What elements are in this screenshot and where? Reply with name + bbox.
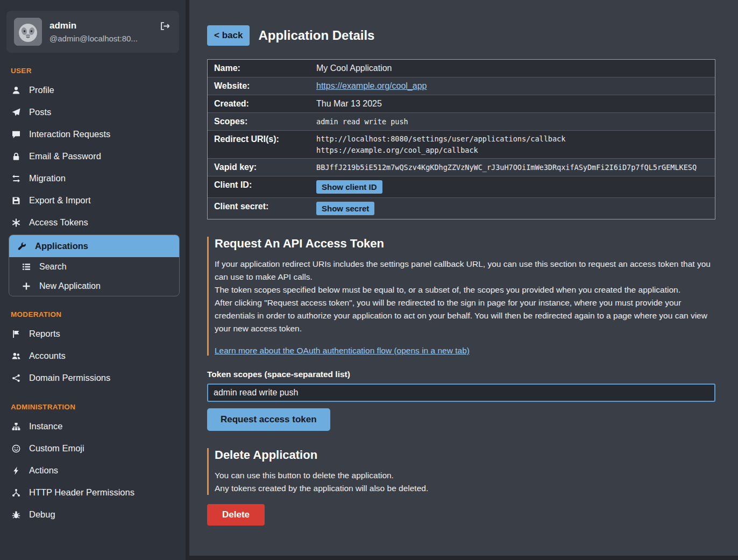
comment-icon [11, 130, 21, 139]
request-access-token-button[interactable]: Request access token [207, 408, 330, 431]
sidebar-item-new-application[interactable]: New Application [9, 277, 179, 296]
user-card: admin @admin@localhost:80... [6, 11, 179, 53]
delete-paragraph-2: Any tokens created by the application wi… [215, 482, 715, 495]
user-info: admin @admin@localhost:80... [49, 20, 138, 43]
request-token-heading: Request An API Access Token [215, 237, 715, 251]
user-handle: @admin@localhost:80... [49, 34, 138, 43]
table-row-vapid-key: Vapid key: BBJffJ219b5iE512m7wQSzv4KgKDh… [208, 159, 715, 176]
sidebar-item-label: Applications [35, 241, 88, 251]
vapid-key-value: BBJffJ219b5iE512m7wQSzv4KgKDhgZZVzNyWC_r… [316, 163, 697, 172]
table-row-redirect-uris: Redirect URI(s): http://localhost:8080/s… [208, 131, 715, 159]
token-scopes-input[interactable] [207, 384, 715, 402]
sidebar-item-http-header-permissions[interactable]: HTTP Header Permissions [0, 481, 186, 504]
website-link[interactable]: https://example.org/cool_app [316, 81, 427, 91]
sitemap-icon [11, 422, 21, 431]
sidebar-item-applications-search[interactable]: Search [9, 257, 179, 277]
user-icon [11, 86, 21, 95]
delete-button[interactable]: Delete [207, 504, 265, 526]
sidebar-item-label: Interaction Requests [29, 129, 110, 139]
wrench-icon [17, 242, 27, 251]
token-scopes-label: Token scopes (space-separated list) [207, 370, 715, 379]
sidebar-item-label: Custom Emoji [29, 443, 84, 453]
sidebar-item-export-import[interactable]: Export & Import [0, 189, 186, 211]
sidebar-item-applications[interactable]: Applications [9, 235, 179, 257]
sidebar-item-label: Access Tokens [29, 217, 88, 228]
user-name: admin [49, 20, 138, 31]
network-nodes-icon [11, 488, 21, 497]
sidebar-item-access-tokens[interactable]: Access Tokens [0, 211, 186, 233]
sidebar-item-debug[interactable]: Debug [0, 504, 186, 526]
table-row-client-secret: Client secret: Show secret [208, 198, 715, 219]
page-header: < back Application Details [207, 25, 715, 46]
exchange-arrows-icon [11, 174, 21, 183]
plus-icon [21, 282, 31, 290]
delete-paragraph-1: You can use this button to delete the ap… [215, 469, 715, 482]
sidebar-item-custom-emoji[interactable]: Custom Emoji [0, 437, 186, 459]
section-label-administration: ADMINISTRATION [11, 403, 186, 411]
sidebar-item-label: New Application [39, 281, 101, 291]
bug-icon [11, 511, 21, 519]
bolt-icon [11, 466, 21, 475]
sidebar-item-accounts[interactable]: Accounts [0, 345, 186, 367]
sidebar-item-label: Debug [29, 509, 55, 520]
sidebar: admin @admin@localhost:80... USER Profil… [0, 0, 186, 560]
request-token-paragraph-2: The token scopes specified below must be… [215, 283, 715, 296]
sidebar-item-label: Reports [29, 329, 60, 339]
sidebar-item-label: HTTP Header Permissions [29, 487, 134, 498]
created-value: Thu Mar 13 2025 [316, 99, 382, 109]
table-row-website: Website: https://example.org/cool_app [208, 77, 715, 95]
section-label-user: USER [11, 67, 186, 75]
sign-out-icon[interactable] [160, 22, 171, 31]
application-info-table: Name: My Cool Application Website: https… [207, 59, 715, 219]
sidebar-item-label: Migration [29, 173, 66, 183]
user-avatar [14, 18, 42, 46]
scopes-value: admin read write push [316, 117, 408, 126]
users-icon [11, 352, 21, 360]
show-secret-button[interactable]: Show secret [316, 202, 374, 215]
request-token-paragraph-3: After clicking "Request access token", y… [215, 296, 715, 335]
sidebar-item-migration[interactable]: Migration [0, 167, 186, 189]
request-token-paragraph-1: If your application redirect URIs includ… [215, 258, 715, 283]
sidebar-item-label: Instance [29, 421, 62, 431]
list-icon [21, 263, 31, 271]
show-client-id-button[interactable]: Show client ID [316, 180, 382, 194]
sidebar-item-email-password[interactable]: Email & Password [0, 145, 186, 167]
sidebar-item-reports[interactable]: Reports [0, 323, 186, 345]
oauth-docs-link[interactable]: Learn more about the OAuth authenticatio… [215, 346, 470, 356]
flag-icon [11, 330, 21, 338]
section-label-moderation: MODERATION [11, 310, 186, 318]
sidebar-item-label: Domain Permissions [29, 373, 110, 383]
sidebar-item-interaction-requests[interactable]: Interaction Requests [0, 123, 186, 145]
applications-block: Applications Search New Application [9, 235, 180, 296]
smiley-icon [11, 444, 21, 453]
sidebar-item-posts[interactable]: Posts [0, 101, 186, 123]
asterisk-icon [11, 218, 21, 227]
back-button[interactable]: < back [207, 25, 250, 46]
sidebar-item-label: Profile [29, 85, 54, 95]
main-panel: < back Application Details Name: My Cool… [189, 0, 738, 556]
lock-icon [11, 152, 21, 161]
sidebar-item-label: Actions [29, 465, 58, 476]
sidebar-item-label: Search [39, 262, 67, 272]
sidebar-item-instance[interactable]: Instance [0, 415, 186, 437]
sidebar-item-label: Email & Password [29, 151, 101, 161]
sidebar-item-label: Export & Import [29, 195, 91, 205]
table-row-scopes: Scopes: admin read write push [208, 113, 715, 131]
sidebar-item-label: Accounts [29, 351, 66, 361]
table-row-client-id: Client ID: Show client ID [208, 176, 715, 198]
delete-application-section: Delete Application You can use this butt… [207, 448, 715, 495]
sidebar-item-profile[interactable]: Profile [0, 79, 186, 101]
sidebar-item-label: Posts [29, 107, 51, 117]
share-nodes-icon [11, 374, 21, 382]
table-row-created: Created: Thu Mar 13 2025 [208, 95, 715, 113]
table-row-name: Name: My Cool Application [208, 60, 715, 77]
app-name-value: My Cool Application [316, 63, 392, 73]
page-title: Application Details [258, 28, 374, 43]
request-token-section: Request An API Access Token If your appl… [207, 237, 715, 356]
floppy-disk-icon [11, 196, 21, 205]
redirect-uri-1: http://localhost:8080/settings/user/appl… [316, 134, 565, 143]
sidebar-item-domain-permissions[interactable]: Domain Permissions [0, 367, 186, 389]
sidebar-item-actions[interactable]: Actions [0, 459, 186, 481]
redirect-uri-2: https://example.org/cool_app/callback [316, 146, 478, 154]
delete-application-heading: Delete Application [215, 448, 715, 462]
